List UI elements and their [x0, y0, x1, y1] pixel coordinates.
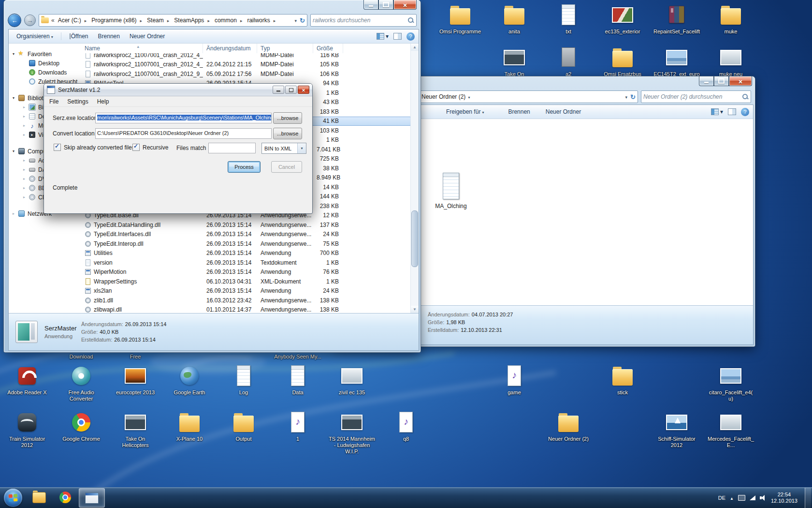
scroll-up-icon[interactable]: ▲ [411, 44, 419, 51]
desktop-icon[interactable]: a2 [545, 45, 592, 77]
breadcrumb-item[interactable]: Steam [145, 17, 172, 24]
file-tile[interactable]: MA_Olching [428, 171, 474, 209]
file-row[interactable]: TypeEdit.DataHandling.dll 26.09.2013 15:… [81, 220, 411, 230]
desktop-icon[interactable]: Free Audio Converter [58, 364, 104, 402]
desktop-icon[interactable]: zivil ec 135 [329, 364, 375, 396]
close-button[interactable] [393, 0, 417, 10]
desktop-icon[interactable]: RepaintSet_Facelift [653, 3, 700, 35]
column-header[interactable]: Name [81, 44, 203, 53]
desktop-icon[interactable]: Log [220, 364, 267, 396]
menu-item[interactable]: File [45, 97, 63, 106]
address-history-icon[interactable] [625, 93, 628, 100]
breadcrumb-item[interactable]: Programme (x86) [89, 17, 145, 24]
desktop-icon[interactable]: game [491, 364, 537, 396]
files-match-field[interactable] [208, 143, 256, 153]
close-button[interactable] [298, 86, 309, 94]
file-row[interactable]: TypeEdit.Interop.dll 26.09.2013 15:14 An… [81, 239, 411, 249]
breadcrumb-item[interactable]: railworks [245, 17, 278, 24]
cancel-button[interactable]: Cancel [271, 161, 302, 173]
forward-button[interactable]: → [24, 15, 36, 26]
process-button[interactable]: Process [228, 161, 261, 173]
new-folder-button[interactable]: Neuer Ordner [126, 31, 169, 41]
minimize-button[interactable] [273, 86, 284, 94]
organize-button[interactable]: Organisieren▾ [13, 31, 57, 41]
skip-converted-checkbox[interactable]: Skip already converted files [54, 144, 135, 151]
serz-browse-button[interactable]: ...browse [273, 112, 302, 124]
tree-arrow-icon[interactable] [23, 123, 29, 128]
preview-pane-button[interactable] [393, 33, 402, 40]
change-view-button[interactable]: ▾ [711, 108, 723, 115]
tree-arrow-icon[interactable] [23, 158, 29, 163]
desktop-icon[interactable]: Adobe Reader X [4, 364, 50, 396]
show-desktop-button[interactable] [805, 488, 811, 508]
desktop-icon[interactable]: X-Plane 10 [166, 410, 213, 442]
file-row[interactable]: railworksproc2_11007001_crash_2012_9_5..… [81, 69, 411, 79]
desktop-icon[interactable]: muke [708, 3, 754, 35]
tree-arrow-icon[interactable] [23, 167, 29, 172]
refresh-icon[interactable] [300, 17, 305, 24]
desktop-icon[interactable]: TS 2014 Mannheim - Ludwigshafen W.I.P. [329, 410, 375, 455]
desktop-icon[interactable]: Omsi Ersatzbus [599, 45, 646, 77]
desktop-icon[interactable]: q8 [383, 410, 429, 442]
burn-button[interactable]: Brennen [94, 31, 124, 41]
change-view-button[interactable]: ▾ [377, 33, 389, 40]
search-box[interactable]: Neuer Ordner (2) durchsuchen [641, 90, 751, 103]
desktop-icon[interactable]: citaro_Facelift_e4(u) [708, 364, 754, 402]
desktop-icon[interactable]: Neuer Ordner (2) [545, 410, 592, 442]
refresh-icon[interactable] [630, 93, 636, 101]
clock[interactable]: 22:54 12.10.2013 [771, 492, 798, 504]
tree-arrow-icon[interactable] [23, 195, 29, 199]
sidebar-item[interactable]: Desktop [9, 59, 81, 68]
desktop-icon[interactable]: txt [545, 3, 592, 35]
breadcrumb-item[interactable]: SteamApps [172, 17, 212, 24]
language-indicator[interactable]: DE [718, 495, 725, 501]
vertical-scrollbar[interactable]: ▲ ▼ [410, 44, 419, 313]
tree-arrow-icon[interactable] [13, 211, 18, 216]
dialog-title-bar[interactable]: SerzMaster v1.2 [44, 84, 312, 96]
file-row[interactable]: xls2lan 26.09.2013 15:14 Anwendung 24 KB [81, 286, 411, 296]
tree-arrow-icon[interactable] [23, 105, 29, 109]
tree-arrow-icon[interactable] [13, 52, 18, 56]
close-button[interactable] [729, 76, 752, 86]
file-row[interactable]: railworksproc2_11007001_crash_2012_4_...… [81, 53, 411, 60]
desktop-icon[interactable]: eurocopter 2013 [112, 364, 159, 396]
file-row[interactable]: Utilities 26.09.2013 15:14 Anwendung 700… [81, 249, 411, 258]
new-folder-button[interactable]: Neuer Ordner [542, 107, 585, 117]
desktop-icon[interactable]: Data [275, 364, 321, 396]
desktop-icon[interactable]: Google Earth [166, 364, 213, 396]
help-icon[interactable] [741, 108, 749, 116]
tree-arrow-icon[interactable] [23, 133, 29, 137]
serz-location-field[interactable]: mon\railworks\Assets\RSC\MunichAugsburg\… [95, 113, 272, 123]
desktop-icon[interactable]: Train Simulator 2012 [4, 410, 50, 448]
checkbox-checked-icon[interactable] [54, 144, 61, 151]
taskbar-app-button[interactable] [53, 488, 78, 507]
network-icon[interactable] [750, 495, 755, 500]
file-row[interactable]: railworksproc2_11007001_crash_2012_4_2..… [81, 60, 411, 70]
recursive-checkbox[interactable]: Recursive [132, 144, 168, 151]
desktop-icon[interactable]: Schiff-Simulator 2012 [653, 410, 700, 448]
minimize-button[interactable] [699, 76, 714, 86]
desktop-icon[interactable]: Output [220, 410, 267, 442]
sidebar-item[interactable]: Downloads [9, 68, 81, 77]
maximize-button[interactable] [714, 76, 729, 86]
desktop-icon[interactable]: stick [599, 364, 646, 396]
desktop-icon[interactable]: Omsi Programme [437, 3, 483, 35]
column-header[interactable]: Änderungsdatum [203, 44, 257, 53]
help-icon[interactable] [406, 32, 415, 41]
address-bar[interactable]: « Acer (C:) Programme (x86) Steam SteamA… [39, 14, 307, 27]
checkbox-checked-icon[interactable] [132, 144, 140, 151]
convert-location-field[interactable]: C:\Users\PREDATOR G3610\Desktop\Neuer Or… [95, 128, 272, 139]
search-box[interactable]: railworks durchsuchen [310, 14, 417, 27]
preview-pane-button[interactable] [728, 108, 736, 115]
menu-item[interactable]: Settings [63, 97, 92, 106]
file-row[interactable]: zlibwapi.dll 01.10.2012 14:37 Anwendungs… [81, 305, 411, 314]
desktop-icon[interactable]: muke neu [708, 45, 754, 77]
minimize-button[interactable] [363, 0, 378, 10]
open-button[interactable]: Öffnen [65, 31, 92, 41]
breadcrumb-item[interactable]: Acer (C:) [56, 17, 89, 24]
desktop-icon[interactable]: ec135_exterior [599, 3, 646, 35]
maximize-button[interactable] [285, 86, 297, 94]
file-row[interactable]: TypeEdit.Interfaces.dll 26.09.2013 15:14… [81, 230, 411, 239]
file-row[interactable]: version 26.09.2013 15:14 Textdokument 1 … [81, 258, 411, 268]
tree-arrow-icon[interactable] [13, 149, 18, 153]
